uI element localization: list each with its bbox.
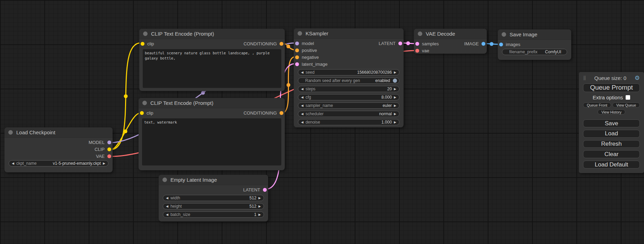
extra-options-checkbox[interactable]	[626, 95, 630, 100]
seed-widget[interactable]: ◀ seed 156680208700286 ▶	[298, 69, 399, 75]
decrement-arrow-icon[interactable]: ◀	[301, 104, 303, 107]
node-title: CLIP Text Encode (Prompt)	[150, 100, 213, 106]
node-title-bar[interactable]: Load Checkpoint	[5, 127, 113, 138]
node-clip-text-encode-negative[interactable]: CLIP Text Encode (Prompt) clip CONDITION…	[139, 98, 285, 170]
increment-arrow-icon[interactable]: ▶	[394, 71, 396, 74]
latent-image-input-slot[interactable]	[295, 62, 299, 66]
images-input-slot[interactable]	[499, 43, 503, 46]
positive-input-slot[interactable]	[295, 48, 299, 52]
comfyui-canvas[interactable]: { "slot_colors":{ "model":"#B39DDB","cli…	[0, 0, 644, 244]
settings-gear-icon[interactable]: ⚙	[635, 75, 640, 81]
node-title: Load Checkpoint	[16, 129, 55, 135]
decrement-arrow-icon[interactable]: ◀	[12, 162, 14, 165]
node-vae-decode[interactable]: VAE Decode samples IMAGE vae	[414, 29, 487, 54]
node-title-bar[interactable]: CLIP Text Encode (Prompt)	[139, 29, 285, 39]
increment-arrow-icon[interactable]: ▶	[394, 88, 396, 91]
batch-size-widget[interactable]: ◀ batch_size 1 ▶	[163, 211, 264, 218]
collapse-dot-icon[interactable]	[142, 101, 147, 105]
decrement-arrow-icon[interactable]: ◀	[166, 197, 168, 200]
collapse-dot-icon[interactable]	[418, 31, 422, 36]
clip-input-slot[interactable]	[140, 111, 144, 115]
increment-arrow-icon[interactable]: ▶	[394, 104, 396, 107]
node-title: Empty Latent Image	[170, 177, 217, 183]
node-title-bar[interactable]: Save Image	[498, 29, 571, 40]
filename-prefix-widget[interactable]: filename_prefix ComfyUI	[502, 49, 567, 55]
clip-input-slot[interactable]	[141, 42, 144, 46]
decrement-arrow-icon[interactable]: ◀	[301, 96, 303, 99]
latent-output-slot[interactable]	[398, 42, 402, 45]
conditioning-output-slot[interactable]	[280, 42, 283, 46]
queue-front-button[interactable]: Queue Front	[583, 102, 611, 108]
ckpt-name-widget[interactable]: ◀ ckpt_name v1-5-pruned-emaonly.ckpt ▶	[9, 160, 108, 166]
conditioning-output-slot[interactable]	[280, 111, 283, 115]
random-seed-toggle-widget[interactable]: Random seed after every gen enabled	[298, 78, 399, 84]
decrement-arrow-icon[interactable]: ◀	[301, 112, 303, 116]
input-label: samples	[422, 41, 439, 46]
negative-prompt-textarea[interactable]: text, watermark	[142, 118, 281, 165]
decrement-arrow-icon[interactable]: ◀	[301, 71, 303, 74]
collapse-dot-icon[interactable]	[298, 31, 302, 36]
node-title-bar[interactable]: CLIP Text Encode (Prompt)	[139, 98, 285, 108]
vae-output-slot[interactable]	[107, 154, 111, 158]
decrement-arrow-icon[interactable]: ◀	[166, 213, 168, 216]
clip-output-slot[interactable]	[107, 147, 111, 151]
view-history-button[interactable]: View History	[598, 109, 625, 115]
toggle-dot-icon[interactable]	[393, 79, 397, 83]
node-title-bar[interactable]: Empty Latent Image	[159, 175, 268, 185]
samples-input-slot[interactable]	[415, 42, 419, 46]
increment-arrow-icon[interactable]: ▶	[394, 96, 396, 99]
output-label: LATENT	[379, 41, 396, 46]
input-label: negative	[302, 55, 319, 60]
vae-input-slot[interactable]	[415, 49, 419, 53]
model-output-slot[interactable]	[107, 141, 111, 144]
increment-arrow-icon[interactable]: ▶	[394, 121, 396, 124]
width-widget[interactable]: ◀ width 512 ▶	[163, 195, 264, 201]
increment-arrow-icon[interactable]: ▶	[103, 162, 105, 165]
collapse-dot-icon[interactable]	[143, 31, 148, 36]
node-title-bar[interactable]: KSampler	[294, 28, 404, 39]
input-label: images	[506, 42, 520, 47]
input-label: positive	[302, 48, 317, 53]
node-save-image[interactable]: Save Image images filename_prefix ComfyU…	[498, 29, 571, 60]
decrement-arrow-icon[interactable]: ◀	[301, 88, 303, 91]
clear-button[interactable]: Clear	[583, 150, 640, 158]
increment-arrow-icon[interactable]: ▶	[258, 213, 261, 216]
node-load-checkpoint[interactable]: Load Checkpoint MODEL CLIP VAE ◀ ckpt_na…	[5, 127, 113, 172]
sampler-name-widget[interactable]: ◀ sampler_name euler ▶	[298, 102, 399, 109]
increment-arrow-icon[interactable]: ▶	[258, 197, 261, 200]
collapse-dot-icon[interactable]	[502, 32, 506, 37]
node-empty-latent-image[interactable]: Empty Latent Image LATENT ◀ width 512 ▶ …	[159, 175, 268, 222]
input-label: latent_image	[302, 62, 327, 67]
positive-prompt-textarea[interactable]: beautiful scenery nature glass bottle la…	[143, 49, 281, 88]
queue-menu-panel: ⣿ Queue size: 0 ⚙ Queue Prompt Extra opt…	[579, 72, 644, 173]
save-button[interactable]: Save	[583, 119, 640, 127]
load-default-button[interactable]: Load Default	[583, 161, 640, 169]
output-label: LATENT	[243, 187, 260, 192]
model-input-slot[interactable]	[295, 42, 299, 45]
decrement-arrow-icon[interactable]: ◀	[166, 205, 168, 208]
view-queue-button[interactable]: View Queue	[612, 102, 640, 108]
cfg-widget[interactable]: ◀ cfg 8.000 ▶	[298, 94, 399, 100]
input-label: vae	[422, 48, 429, 53]
input-label: clip	[147, 41, 154, 46]
queue-prompt-button[interactable]: Queue Prompt	[583, 83, 640, 92]
node-clip-text-encode-positive[interactable]: CLIP Text Encode (Prompt) clip CONDITION…	[139, 29, 285, 91]
height-widget[interactable]: ◀ height 512 ▶	[163, 203, 264, 209]
collapse-dot-icon[interactable]	[8, 130, 13, 135]
increment-arrow-icon[interactable]: ▶	[394, 112, 396, 116]
node-title-bar[interactable]: VAE Decode	[414, 29, 487, 39]
node-title: VAE Decode	[426, 31, 455, 37]
increment-arrow-icon[interactable]: ▶	[258, 205, 261, 208]
decrement-arrow-icon[interactable]: ◀	[301, 121, 303, 124]
negative-input-slot[interactable]	[295, 55, 299, 59]
collapse-dot-icon[interactable]	[162, 178, 167, 182]
steps-widget[interactable]: ◀ steps 20 ▶	[298, 86, 399, 92]
scheduler-widget[interactable]: ◀ scheduler normal ▶	[298, 111, 399, 117]
refresh-button[interactable]: Refresh	[583, 140, 640, 148]
denoise-widget[interactable]: ◀ denoise 1.000 ▶	[298, 119, 399, 125]
latent-output-slot[interactable]	[263, 188, 267, 192]
image-output-slot[interactable]	[482, 42, 485, 46]
node-ksampler[interactable]: KSampler model LATENT positive negative …	[294, 28, 404, 127]
drag-handle-icon[interactable]: ⣿	[583, 75, 586, 80]
load-button[interactable]: Load	[583, 130, 640, 138]
